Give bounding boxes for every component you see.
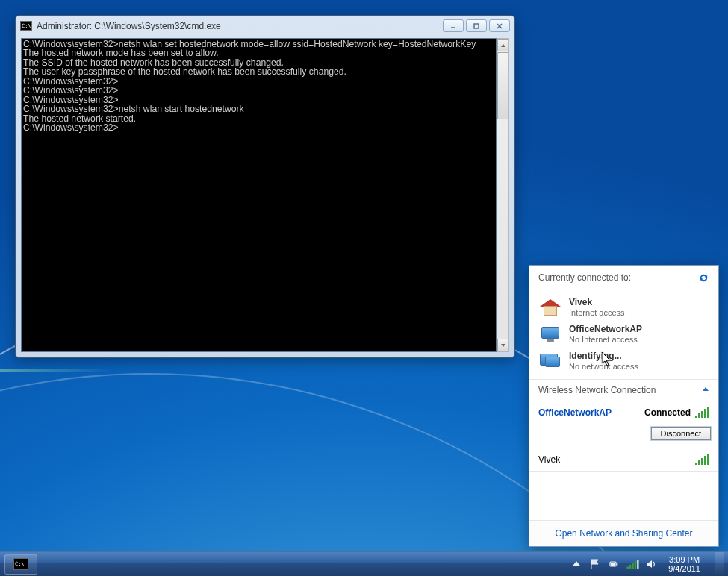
connection-icon xyxy=(538,297,562,318)
cmd-line: C:\Windows\system32>netsh wlan start hos… xyxy=(23,104,494,113)
open-network-center-label: Open Network and Sharing Center xyxy=(555,528,692,539)
cmd-line: C:\Windows\system32> xyxy=(23,86,494,95)
connection-item[interactable]: Identifying...No network access xyxy=(538,348,709,375)
cmd-window[interactable]: Administrator: C:\Windows\System32\cmd.e… xyxy=(15,15,515,358)
wifi-name: Vivek xyxy=(538,454,560,465)
svg-rect-1 xyxy=(474,24,479,28)
taskbar[interactable]: 3:09 PM 9/4/2011 xyxy=(0,551,728,576)
cmd-title: Administrator: C:\Windows\System32\cmd.e… xyxy=(37,21,221,31)
cmd-icon xyxy=(20,21,32,31)
system-tray[interactable]: 3:09 PM 9/4/2011 xyxy=(566,552,725,576)
volume-icon[interactable] xyxy=(645,558,657,570)
tray-time: 3:09 PM xyxy=(668,555,700,564)
signal-icon xyxy=(695,407,709,418)
chevron-up-icon xyxy=(702,386,709,395)
taskbar-item-cmd[interactable] xyxy=(4,554,37,575)
wifi-network-row[interactable]: Vivek xyxy=(529,448,718,471)
open-network-center-link[interactable]: Open Network and Sharing Center xyxy=(529,520,718,546)
show-desktop-button[interactable] xyxy=(715,552,724,576)
svg-rect-10 xyxy=(617,563,618,566)
wireless-section-label: Wireless Network Connection xyxy=(538,385,656,395)
wifi-name: OfficeNetworkAP xyxy=(538,407,612,418)
connection-icon xyxy=(538,324,562,345)
svg-marker-8 xyxy=(573,561,581,566)
tray-overflow-icon[interactable] xyxy=(570,558,582,570)
scroll-up-button[interactable] xyxy=(497,39,508,51)
svg-marker-4 xyxy=(501,44,505,47)
scroll-thumb[interactable] xyxy=(497,52,508,119)
maximize-button[interactable] xyxy=(466,19,487,32)
cmd-scrollbar[interactable] xyxy=(497,38,509,352)
refresh-icon[interactable] xyxy=(698,272,709,286)
connection-status: Internet access xyxy=(569,308,625,317)
power-icon[interactable] xyxy=(608,558,620,570)
minimize-button[interactable] xyxy=(443,19,464,32)
wifi-state: Connected xyxy=(644,407,691,418)
cmd-line: The user key passphrase of the hosted ne… xyxy=(23,67,494,76)
connection-status: No network access xyxy=(569,362,638,371)
connection-status: No Internet access xyxy=(569,335,638,344)
cmd-titlebar[interactable]: Administrator: C:\Windows\System32\cmd.e… xyxy=(16,16,514,36)
wifi-network-row[interactable]: OfficeNetworkAPConnected xyxy=(529,401,718,424)
network-header-label: Currently connected to: xyxy=(538,272,631,283)
signal-icon xyxy=(695,454,709,465)
cmd-line: The hosted network mode has been set to … xyxy=(23,48,494,57)
cmd-line: C:\Windows\system32> xyxy=(23,123,494,132)
svg-marker-12 xyxy=(647,560,652,568)
flag-icon[interactable] xyxy=(589,558,601,570)
tray-date: 9/4/2011 xyxy=(668,564,700,573)
connection-name: OfficeNetworkAP xyxy=(569,324,642,334)
svg-marker-5 xyxy=(501,344,505,347)
cmd-terminal[interactable]: C:\Windows\system32>netsh wlan set hoste… xyxy=(21,38,497,352)
cmd-icon xyxy=(13,558,28,570)
connection-icon xyxy=(538,351,562,372)
connection-item[interactable]: OfficeNetworkAPNo Internet access xyxy=(538,321,709,348)
svg-marker-6 xyxy=(703,387,709,391)
connection-name: Vivek xyxy=(569,297,625,307)
network-flyout-header: Currently connected to: xyxy=(529,266,718,292)
tray-clock[interactable]: 3:09 PM 9/4/2011 xyxy=(664,555,705,573)
svg-rect-11 xyxy=(611,563,615,566)
connection-item[interactable]: VivekInternet access xyxy=(538,294,709,321)
close-button[interactable] xyxy=(489,19,510,32)
network-tray-icon[interactable] xyxy=(626,558,638,570)
disconnect-button[interactable]: Disconnect xyxy=(651,427,711,440)
network-flyout[interactable]: Currently connected to: VivekInternet ac… xyxy=(529,265,719,547)
connection-name: Identifying... xyxy=(569,351,638,361)
wireless-section-header[interactable]: Wireless Network Connection xyxy=(529,380,718,401)
scroll-down-button[interactable] xyxy=(497,339,508,351)
